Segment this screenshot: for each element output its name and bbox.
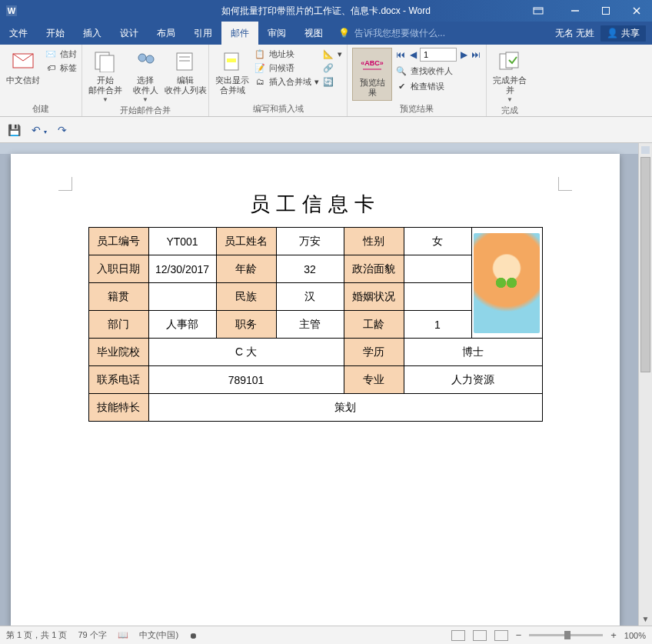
page[interactable]: 员工信息卡 员工编号 YT001 员工姓名 万安 性别 女 入职日期 12/30… (11, 154, 620, 626)
record-number-input[interactable] (420, 48, 457, 62)
chevron-down-icon: ▼ (142, 96, 148, 103)
value-emp-id[interactable]: YT001 (148, 228, 216, 255)
value-ethnic[interactable]: 汉 (276, 283, 344, 311)
tab-mailings[interactable]: 邮件 (221, 22, 258, 45)
tab-design[interactable]: 设计 (111, 22, 148, 45)
ribbon-display-options-icon[interactable] (517, 0, 560, 22)
value-hire-date[interactable]: 12/30/2017 (148, 255, 216, 283)
group-create: 中文信封 ✉️信封 🏷标签 创建 (0, 45, 82, 116)
edit-recipients-button[interactable]: 编辑 收件人列表 (167, 48, 204, 95)
value-marital[interactable] (404, 283, 471, 311)
language[interactable]: 中文(中国) (139, 629, 178, 641)
find-recipient-button[interactable]: 🔍查找收件人 (395, 65, 481, 77)
employee-info-table[interactable]: 员工编号 YT001 员工姓名 万安 性别 女 入职日期 12/30/2017 … (88, 227, 543, 422)
value-phone[interactable]: 789101 (148, 366, 344, 394)
label-skill: 技能特长 (88, 394, 148, 422)
match-icon: 🔗 (322, 62, 334, 74)
value-dept[interactable]: 人事部 (148, 311, 216, 339)
envelope-button[interactable]: ✉️信封 (45, 48, 77, 60)
minimize-button[interactable] (560, 0, 590, 22)
match-fields-button[interactable]: 🔗 (322, 62, 342, 74)
value-school[interactable]: C 大 (148, 339, 344, 366)
greeting-line-button[interactable]: 📝问候语 (254, 62, 319, 74)
value-position[interactable]: 主管 (276, 311, 344, 339)
envelope-small-icon: ✉️ (45, 48, 57, 60)
value-political[interactable] (404, 255, 471, 283)
zoom-in-button[interactable]: + (610, 629, 617, 641)
tab-references[interactable]: 引用 (185, 22, 221, 45)
share-icon: 👤 (607, 28, 618, 38)
update-icon: 🔄 (322, 75, 334, 88)
value-origin[interactable] (148, 283, 216, 311)
scroll-down-button[interactable]: ▼ (639, 612, 652, 626)
web-layout-button[interactable] (494, 630, 508, 641)
undo-button[interactable]: ↶ ▾ (32, 124, 47, 136)
start-merge-button[interactable]: 开始 邮件合并▼ (87, 48, 124, 103)
zoom-out-button[interactable]: − (516, 629, 522, 641)
finish-merge-button[interactable]: 完成并合并▼ (491, 48, 528, 103)
share-label: 共享 (621, 27, 640, 40)
svg-rect-14 (177, 53, 192, 70)
address-block-button[interactable]: 📋地址块 (254, 48, 319, 60)
value-edu[interactable]: 博士 (404, 339, 542, 366)
tab-file[interactable]: 文件 (0, 22, 37, 45)
labels-button[interactable]: 🏷标签 (45, 62, 77, 74)
page-count[interactable]: 第 1 页，共 1 页 (6, 629, 67, 641)
ribbon: 中文信封 ✉️信封 🏷标签 创建 开始 邮件合并▼ 选择 收件人▼ 编辑 收件人… (0, 45, 652, 117)
chinese-envelope-button[interactable]: 中文信封 (5, 48, 42, 85)
zoom-slider[interactable] (529, 634, 603, 636)
prev-record-button[interactable]: ◀ (408, 49, 418, 60)
macro-record-icon[interactable]: ⏺ (189, 631, 198, 640)
next-record-button[interactable]: ▶ (458, 49, 469, 60)
update-labels-button[interactable]: 🔄 (322, 75, 342, 88)
cn-env-label: 中文信封 (6, 75, 40, 85)
svg-rect-18 (227, 58, 236, 62)
employee-photo (474, 233, 540, 333)
tab-insert[interactable]: 插入 (74, 22, 111, 45)
save-button[interactable]: 💾 (8, 124, 21, 136)
maximize-button[interactable] (590, 0, 621, 22)
value-tenure[interactable]: 1 (404, 311, 471, 339)
tell-me-search[interactable]: 💡 告诉我您想要做什么... (332, 22, 451, 45)
document-area[interactable]: 员工信息卡 员工编号 YT001 员工姓名 万安 性别 女 入职日期 12/30… (0, 143, 638, 626)
read-mode-button[interactable] (451, 630, 465, 641)
highlight-fields-button[interactable]: 突出显示 合并域 (214, 48, 251, 95)
tab-home[interactable]: 开始 (37, 22, 74, 45)
record-nav: ⏮ ◀ ▶ ⏭ (395, 48, 481, 62)
value-major[interactable]: 人力资源 (404, 366, 542, 394)
preview-results-button[interactable]: «ABC» 预览结果 (352, 48, 392, 101)
label-marital: 婚姻状况 (344, 283, 404, 311)
margin-mark-tl (58, 177, 72, 191)
chevron-down-icon: ▼ (102, 96, 108, 103)
scroll-thumb[interactable] (640, 157, 650, 372)
vertical-scrollbar[interactable]: ▲ ▼ (638, 143, 652, 626)
last-record-button[interactable]: ⏭ (471, 49, 481, 60)
close-button[interactable] (621, 0, 652, 22)
share-button[interactable]: 👤 共享 (600, 25, 646, 42)
photo-cell[interactable] (471, 228, 542, 339)
tab-review[interactable]: 审阅 (258, 22, 295, 45)
redo-button[interactable]: ↷ (58, 124, 67, 136)
ruler[interactable] (0, 143, 638, 154)
check-errors-button[interactable]: ✔检查错误 (395, 80, 481, 92)
user-name[interactable]: 无名 无姓 (555, 27, 594, 40)
value-skill[interactable]: 策划 (148, 394, 542, 422)
group-write-label: 编写和插入域 (214, 102, 342, 115)
print-layout-button[interactable] (473, 630, 487, 641)
proofing-icon[interactable]: 📖 (118, 630, 128, 640)
first-record-button[interactable]: ⏮ (395, 49, 406, 60)
value-age[interactable]: 32 (276, 255, 344, 283)
insert-merge-field-button[interactable]: 🗂插入合并域 ▾ (254, 75, 319, 88)
tab-layout[interactable]: 布局 (148, 22, 185, 45)
word-count[interactable]: 79 个字 (78, 629, 106, 641)
zoom-level[interactable]: 100% (624, 631, 646, 640)
value-gender[interactable]: 女 (404, 228, 471, 255)
tab-view[interactable]: 视图 (295, 22, 332, 45)
label-tenure: 工龄 (344, 311, 404, 339)
select-recipients-button[interactable]: 选择 收件人▼ (127, 48, 164, 103)
rules-button[interactable]: 📐▾ (322, 48, 342, 60)
label-position: 职务 (216, 311, 276, 339)
doc-heading[interactable]: 员工信息卡 (11, 154, 620, 218)
value-emp-name[interactable]: 万安 (276, 228, 344, 255)
label-origin: 籍贯 (88, 283, 148, 311)
